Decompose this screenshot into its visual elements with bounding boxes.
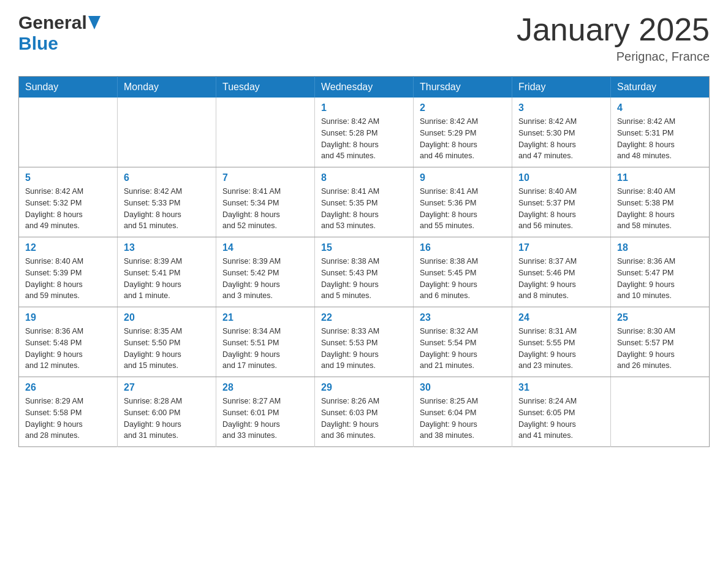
logo: General Blue: [18, 12, 100, 54]
day-number: 27: [124, 382, 210, 393]
day-info: Sunrise: 8:41 AMSunset: 5:35 PMDaylight:…: [321, 186, 407, 232]
logo-text-general: General: [18, 12, 87, 33]
table-row: 13Sunrise: 8:39 AMSunset: 5:41 PMDayligh…: [118, 237, 216, 307]
day-number: 9: [420, 172, 506, 183]
day-info: Sunrise: 8:26 AMSunset: 6:03 PMDaylight:…: [321, 396, 407, 442]
day-info: Sunrise: 8:42 AMSunset: 5:31 PMDaylight:…: [617, 116, 703, 162]
table-row: 26Sunrise: 8:29 AMSunset: 5:58 PMDayligh…: [19, 377, 118, 447]
day-number: 21: [222, 312, 308, 323]
day-info: Sunrise: 8:38 AMSunset: 5:45 PMDaylight:…: [420, 256, 506, 302]
table-row: 3Sunrise: 8:42 AMSunset: 5:30 PMDaylight…: [512, 98, 611, 167]
table-row: 2Sunrise: 8:42 AMSunset: 5:29 PMDaylight…: [414, 98, 512, 167]
logo-text-blue: Blue: [18, 33, 58, 53]
calendar-subtitle: Perignac, France: [517, 50, 710, 64]
day-info: Sunrise: 8:41 AMSunset: 5:36 PMDaylight:…: [420, 186, 506, 232]
day-number: 30: [420, 382, 506, 393]
day-info: Sunrise: 8:36 AMSunset: 5:48 PMDaylight:…: [25, 326, 111, 372]
day-info: Sunrise: 8:42 AMSunset: 5:28 PMDaylight:…: [321, 116, 407, 162]
day-number: 31: [518, 382, 604, 393]
day-info: Sunrise: 8:30 AMSunset: 5:57 PMDaylight:…: [617, 326, 703, 372]
table-row: 29Sunrise: 8:26 AMSunset: 6:03 PMDayligh…: [315, 377, 414, 447]
day-number: 29: [321, 382, 407, 393]
day-info: Sunrise: 8:41 AMSunset: 5:34 PMDaylight:…: [222, 186, 308, 232]
day-info: Sunrise: 8:28 AMSunset: 6:00 PMDaylight:…: [124, 396, 210, 442]
calendar-title: January 2025: [517, 12, 710, 47]
calendar-week-row: 26Sunrise: 8:29 AMSunset: 5:58 PMDayligh…: [19, 377, 710, 447]
table-row: [19, 98, 118, 167]
table-row: 18Sunrise: 8:36 AMSunset: 5:47 PMDayligh…: [611, 237, 710, 307]
header-tuesday: Tuesday: [216, 77, 315, 98]
table-row: 9Sunrise: 8:41 AMSunset: 5:36 PMDaylight…: [414, 167, 512, 237]
table-row: 21Sunrise: 8:34 AMSunset: 5:51 PMDayligh…: [216, 307, 315, 377]
day-number: 6: [124, 172, 210, 183]
header-monday: Monday: [118, 77, 216, 98]
table-row: 22Sunrise: 8:33 AMSunset: 5:53 PMDayligh…: [315, 307, 414, 377]
day-number: 13: [124, 242, 210, 253]
calendar-header-row: Sunday Monday Tuesday Wednesday Thursday…: [19, 77, 710, 98]
day-number: 19: [25, 312, 111, 323]
day-number: 25: [617, 312, 703, 323]
day-number: 7: [222, 172, 308, 183]
day-info: Sunrise: 8:42 AMSunset: 5:33 PMDaylight:…: [124, 186, 210, 232]
calendar-week-row: 1Sunrise: 8:42 AMSunset: 5:28 PMDaylight…: [19, 98, 710, 167]
header-saturday: Saturday: [611, 77, 710, 98]
header-friday: Friday: [512, 77, 611, 98]
day-number: 14: [222, 242, 308, 253]
day-info: Sunrise: 8:39 AMSunset: 5:41 PMDaylight:…: [124, 256, 210, 302]
table-row: 1Sunrise: 8:42 AMSunset: 5:28 PMDaylight…: [315, 98, 414, 167]
day-number: 12: [25, 242, 111, 253]
day-info: Sunrise: 8:39 AMSunset: 5:42 PMDaylight:…: [222, 256, 308, 302]
day-info: Sunrise: 8:42 AMSunset: 5:29 PMDaylight:…: [420, 116, 506, 162]
table-row: 6Sunrise: 8:42 AMSunset: 5:33 PMDaylight…: [118, 167, 216, 237]
table-row: 14Sunrise: 8:39 AMSunset: 5:42 PMDayligh…: [216, 237, 315, 307]
day-info: Sunrise: 8:40 AMSunset: 5:38 PMDaylight:…: [617, 186, 703, 232]
day-number: 26: [25, 382, 111, 393]
day-number: 24: [518, 312, 604, 323]
day-info: Sunrise: 8:31 AMSunset: 5:55 PMDaylight:…: [518, 326, 604, 372]
table-row: 25Sunrise: 8:30 AMSunset: 5:57 PMDayligh…: [611, 307, 710, 377]
logo-triangle-icon: [88, 16, 100, 29]
day-info: Sunrise: 8:36 AMSunset: 5:47 PMDaylight:…: [617, 256, 703, 302]
table-row: 8Sunrise: 8:41 AMSunset: 5:35 PMDaylight…: [315, 167, 414, 237]
table-row: 19Sunrise: 8:36 AMSunset: 5:48 PMDayligh…: [19, 307, 118, 377]
table-row: 7Sunrise: 8:41 AMSunset: 5:34 PMDaylight…: [216, 167, 315, 237]
table-row: [118, 98, 216, 167]
day-number: 28: [222, 382, 308, 393]
day-number: 18: [617, 242, 703, 253]
calendar-week-row: 19Sunrise: 8:36 AMSunset: 5:48 PMDayligh…: [19, 307, 710, 377]
day-info: Sunrise: 8:35 AMSunset: 5:50 PMDaylight:…: [124, 326, 210, 372]
day-number: 2: [420, 102, 506, 113]
day-info: Sunrise: 8:38 AMSunset: 5:43 PMDaylight:…: [321, 256, 407, 302]
day-number: 11: [617, 172, 703, 183]
table-row: 11Sunrise: 8:40 AMSunset: 5:38 PMDayligh…: [611, 167, 710, 237]
day-number: 23: [420, 312, 506, 323]
day-number: 22: [321, 312, 407, 323]
table-row: 28Sunrise: 8:27 AMSunset: 6:01 PMDayligh…: [216, 377, 315, 447]
day-info: Sunrise: 8:29 AMSunset: 5:58 PMDaylight:…: [25, 396, 111, 442]
day-info: Sunrise: 8:27 AMSunset: 6:01 PMDaylight:…: [222, 396, 308, 442]
header-thursday: Thursday: [414, 77, 512, 98]
table-row: [611, 377, 710, 447]
day-info: Sunrise: 8:25 AMSunset: 6:04 PMDaylight:…: [420, 396, 506, 442]
table-row: 5Sunrise: 8:42 AMSunset: 5:32 PMDaylight…: [19, 167, 118, 237]
table-row: 24Sunrise: 8:31 AMSunset: 5:55 PMDayligh…: [512, 307, 611, 377]
day-number: 3: [518, 102, 604, 113]
calendar-week-row: 5Sunrise: 8:42 AMSunset: 5:32 PMDaylight…: [19, 167, 710, 237]
table-row: 17Sunrise: 8:37 AMSunset: 5:46 PMDayligh…: [512, 237, 611, 307]
calendar-table: Sunday Monday Tuesday Wednesday Thursday…: [18, 76, 710, 447]
table-row: 4Sunrise: 8:42 AMSunset: 5:31 PMDaylight…: [611, 98, 710, 167]
calendar-week-row: 12Sunrise: 8:40 AMSunset: 5:39 PMDayligh…: [19, 237, 710, 307]
table-row: 23Sunrise: 8:32 AMSunset: 5:54 PMDayligh…: [414, 307, 512, 377]
day-number: 20: [124, 312, 210, 323]
day-info: Sunrise: 8:40 AMSunset: 5:39 PMDaylight:…: [25, 256, 111, 302]
day-info: Sunrise: 8:32 AMSunset: 5:54 PMDaylight:…: [420, 326, 506, 372]
page-header: General Blue January 2025 Perignac, Fran…: [18, 12, 710, 64]
table-row: [216, 98, 315, 167]
table-row: 20Sunrise: 8:35 AMSunset: 5:50 PMDayligh…: [118, 307, 216, 377]
day-info: Sunrise: 8:33 AMSunset: 5:53 PMDaylight:…: [321, 326, 407, 372]
day-number: 1: [321, 102, 407, 113]
header-sunday: Sunday: [19, 77, 118, 98]
day-info: Sunrise: 8:24 AMSunset: 6:05 PMDaylight:…: [518, 396, 604, 442]
day-info: Sunrise: 8:37 AMSunset: 5:46 PMDaylight:…: [518, 256, 604, 302]
table-row: 31Sunrise: 8:24 AMSunset: 6:05 PMDayligh…: [512, 377, 611, 447]
